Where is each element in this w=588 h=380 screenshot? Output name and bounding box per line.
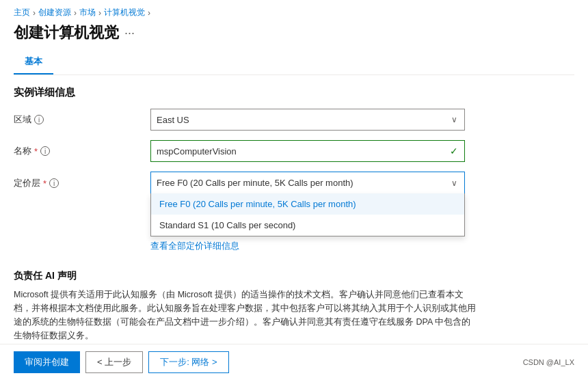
breadcrumb-create[interactable]: 创建资源 <box>38 7 71 18</box>
pricing-info-icon[interactable]: i <box>49 178 59 188</box>
region-chevron-icon: ∨ <box>451 115 457 124</box>
form-row-region: 区域 i East US ∨ <box>14 109 574 131</box>
pricing-dropdown-menu: Free F0 (20 Calls per minute, 5K Calls p… <box>150 193 465 236</box>
section-title: 实例详细信息 <box>14 86 574 99</box>
submit-button[interactable]: 审阅并创建 <box>14 351 80 373</box>
pricing-label: 定价层 * i <box>14 177 150 189</box>
name-label: 名称 * i <box>14 145 150 157</box>
breadcrumb-sep-3: › <box>98 8 101 18</box>
main-content: 基本 实例详细信息 区域 i East US ∨ 名称 * i ✓ 定价层 <box>0 50 588 380</box>
breadcrumb-sep-1: › <box>33 8 36 18</box>
breadcrumb: 主页 › 创建资源 › 市场 › 计算机视觉 › <box>0 0 588 23</box>
name-input[interactable] <box>150 140 465 162</box>
pricing-option-0[interactable]: Free F0 (20 Calls per minute, 5K Calls p… <box>151 193 464 215</box>
name-required: * <box>34 146 38 157</box>
region-select[interactable]: East US ∨ <box>150 109 465 131</box>
tab-bar: 基本 <box>14 50 574 75</box>
ai-text: Microsoft 提供有关适用于此认知服务（由 Microsoft 提供）的适… <box>14 288 479 342</box>
breadcrumb-market[interactable]: 市场 <box>79 7 96 18</box>
region-control: East US ∨ <box>150 109 465 131</box>
pricing-detail-link[interactable]: 查看全部定价详细信息 <box>150 240 239 252</box>
next-button[interactable]: 下一步: 网络 > <box>148 351 228 373</box>
name-info-icon[interactable]: i <box>40 146 50 156</box>
page-menu-icon[interactable]: ··· <box>124 26 135 40</box>
breadcrumb-vision[interactable]: 计算机视觉 <box>104 7 145 18</box>
pricing-select[interactable]: Free F0 (20 Calls per minute, 5K Calls p… <box>150 172 465 193</box>
name-check-icon: ✓ <box>450 146 458 157</box>
back-button[interactable]: < 上一步 <box>85 351 143 373</box>
tab-basics[interactable]: 基本 <box>14 50 53 74</box>
pricing-control: Free F0 (20 Calls per minute, 5K Calls p… <box>150 172 465 193</box>
watermark: CSDN @AI_LX <box>523 358 574 366</box>
form-row-name: 名称 * i ✓ <box>14 140 574 162</box>
ai-title: 负责任 AI 声明 <box>14 270 574 282</box>
breadcrumb-home[interactable]: 主页 <box>14 7 30 18</box>
page-title-area: 创建计算机视觉 ··· <box>0 23 588 50</box>
pricing-required: * <box>43 178 46 189</box>
pricing-chevron-icon: ∨ <box>451 178 457 188</box>
pricing-option-1[interactable]: Standard S1 (10 Calls per second) <box>151 215 464 236</box>
region-label: 区域 i <box>14 113 150 126</box>
form-row-pricing: 定价层 * i Free F0 (20 Calls per minute, 5K… <box>14 172 574 193</box>
region-info-icon[interactable]: i <box>34 115 44 124</box>
page-title: 创建计算机视觉 <box>14 23 119 43</box>
footer: 审阅并创建 < 上一步 下一步: 网络 > CSDN @AI_LX <box>0 344 588 380</box>
breadcrumb-sep-2: › <box>74 8 77 18</box>
name-control: ✓ <box>150 140 465 162</box>
